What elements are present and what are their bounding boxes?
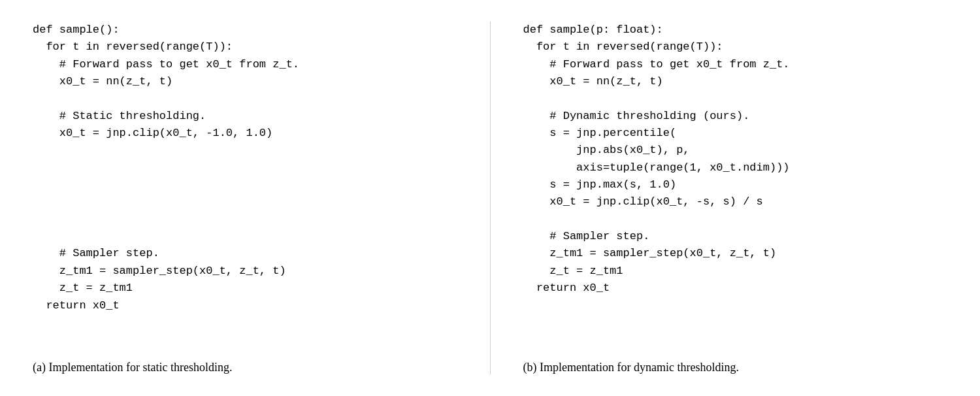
right-caption: (b) Implementation for dynamic threshold…	[523, 361, 948, 374]
right-panel: def sample(p: float): for t in reversed(…	[523, 22, 948, 374]
right-code-block: def sample(p: float): for t in reversed(…	[523, 22, 948, 345]
main-container: def sample(): for t in reversed(range(T)…	[13, 8, 967, 388]
left-code-block: def sample(): for t in reversed(range(T)…	[33, 22, 457, 345]
left-caption: (a) Implementation for static thresholdi…	[33, 361, 457, 374]
left-panel: def sample(): for t in reversed(range(T)…	[33, 22, 457, 374]
panel-divider	[490, 22, 491, 374]
